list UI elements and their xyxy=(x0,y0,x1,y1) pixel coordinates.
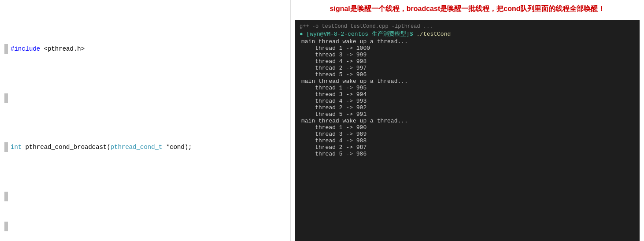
output-line-18: thread 5 -> 986 xyxy=(300,151,635,157)
output-line-8: thread 1 -> 995 xyxy=(300,85,635,91)
prompt-text: [wyn@VM-8-2-centos 生产消费模型]$ xyxy=(307,31,417,37)
code-area: #include <pthread.h> int pthread_cond_br… xyxy=(4,4,290,241)
output-line-17: thread 2 -> 987 xyxy=(300,144,635,151)
gutter xyxy=(4,44,8,54)
output-line-4: thread 4 -> 998 xyxy=(300,58,635,65)
output-line-6: thread 5 -> 996 xyxy=(300,71,635,78)
output-line-7: main thread wake up a thread... xyxy=(300,78,635,85)
output-line-11: thread 2 -> 992 xyxy=(300,104,635,111)
output-line-12: thread 5 -> 991 xyxy=(300,111,635,118)
fn-decl-line: int pthread_cond_broadcast(pthread_cond_… xyxy=(11,142,290,152)
annotation-text: signal是唤醒一个线程，broadcast是唤醒一批线程，把cond队列里面… xyxy=(295,0,640,18)
output-line-1: main thread wake up a thread... xyxy=(300,38,635,45)
output-line-5: thread 2 -> 997 xyxy=(300,65,635,71)
terminal-area: g++ -o testCond testCond.cpp -lpthread .… xyxy=(295,20,640,241)
output-line-16: thread 4 -> 988 xyxy=(300,137,635,144)
terminal-prompt: ● [wyn@VM-8-2-centos 生产消费模型]$ ./testCond xyxy=(300,30,635,38)
output-line-2: thread 1 -> 1000 xyxy=(300,45,635,52)
gutter xyxy=(4,192,8,201)
right-panel: signal是唤醒一个线程，broadcast是唤醒一批线程，把cond队列里面… xyxy=(291,0,644,241)
output-line-9: thread 3 -> 994 xyxy=(300,91,635,98)
code-line-blank1 xyxy=(4,93,290,103)
code-line-fn-decl: int pthread_cond_broadcast(pthread_cond_… xyxy=(4,142,290,152)
code-line-include: #include <pthread.h> xyxy=(4,44,290,54)
include-line: #include <pthread.h> xyxy=(11,44,290,54)
output-line-15: thread 3 -> 989 xyxy=(300,131,635,137)
gutter xyxy=(4,222,8,231)
code-line-blank3 xyxy=(4,222,290,231)
gutter xyxy=(4,142,8,152)
gutter xyxy=(4,93,8,103)
output-line-3: thread 3 -> 999 xyxy=(300,52,635,58)
left-panel: #include <pthread.h> int pthread_cond_br… xyxy=(0,0,291,241)
blank xyxy=(11,222,290,231)
output-line-10: thread 4 -> 993 xyxy=(300,98,635,104)
prompt-bullet: ● xyxy=(300,31,307,37)
prompt-cmd: ./testCond xyxy=(416,31,451,37)
output-line-14: thread 1 -> 990 xyxy=(300,124,635,131)
output-line-13: main thread wake up a thread... xyxy=(300,118,635,124)
code-line-blank2 xyxy=(4,192,290,201)
terminal-truncated: g++ -o testCond testCond.cpp -lpthread .… xyxy=(300,23,635,30)
blank xyxy=(11,93,290,103)
blank xyxy=(11,192,290,201)
